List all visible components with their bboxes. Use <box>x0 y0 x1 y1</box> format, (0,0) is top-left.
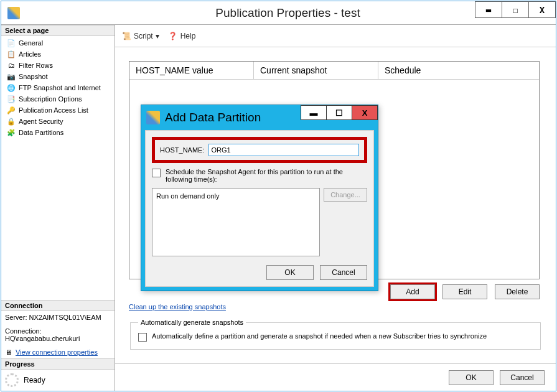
sidebar-item-ftp[interactable]: 🌐FTP Snapshot and Internet <box>1 82 115 93</box>
connection-label: Connection: <box>5 327 111 335</box>
sidebar-item-label: Articles <box>19 50 41 58</box>
subscription-icon: 📑 <box>6 94 16 104</box>
partition-icon: 🧩 <box>6 128 16 138</box>
sidebar-item-label: Filter Rows <box>19 62 53 69</box>
chevron-down-icon: ▾ <box>156 32 159 40</box>
progress-status: Ready <box>24 376 45 385</box>
connection-value: HQ\rangababu.cherukuri <box>5 335 111 342</box>
auto-define-label: Automatically define a partition and gen… <box>152 332 487 340</box>
page-icon: 📄 <box>6 38 16 48</box>
sidebar: Select a page 📄General 📋Articles 🗂Filter… <box>1 25 115 391</box>
help-label: Help <box>180 32 196 40</box>
grid-col-hostname[interactable]: HOST_NAME value <box>129 62 254 79</box>
sidebar-item-label: Subscription Options <box>19 95 82 103</box>
toolbar: 📜 Script ▾ ❓ Help <box>115 25 556 47</box>
ok-button[interactable]: OK <box>449 370 494 385</box>
sidebar-item-snapshot[interactable]: 📷Snapshot <box>1 71 115 82</box>
dialog-title: Add Data Partition <box>165 111 261 124</box>
grid-col-snapshot[interactable]: Current snapshot <box>254 62 378 79</box>
hostname-label: HOST_NAME: <box>160 146 205 154</box>
ftp-icon: 🌐 <box>6 83 16 93</box>
titlebar: Publication Properties - test ▬ ☐ X <box>1 1 556 24</box>
add-partition-dialog: Add Data Partition ▬ ☐ X HOST_NAME: Sche… <box>141 105 378 291</box>
minimize-button[interactable]: ▬ <box>475 1 502 18</box>
change-button[interactable]: Change... <box>324 188 367 202</box>
delete-button[interactable]: Delete <box>495 284 540 299</box>
progress-spinner-icon <box>5 373 19 387</box>
hostname-input[interactable] <box>208 144 359 156</box>
filter-icon: 🗂 <box>6 60 16 70</box>
progress-header: Progress <box>1 358 115 370</box>
script-icon: 📜 <box>121 31 131 41</box>
cancel-button[interactable]: Cancel <box>500 370 545 385</box>
schedule-checkbox[interactable] <box>152 169 161 177</box>
sidebar-item-data-partitions[interactable]: 🧩Data Partitions <box>1 127 115 138</box>
access-icon: 🔑 <box>6 105 16 115</box>
sidebar-item-subscription[interactable]: 📑Subscription Options <box>1 93 115 105</box>
auto-define-checkbox[interactable] <box>138 333 147 342</box>
dialog-cancel-button[interactable]: Cancel <box>320 265 367 280</box>
app-icon <box>7 7 20 19</box>
security-icon: 🔒 <box>6 116 16 126</box>
properties-icon: 🖥 <box>5 348 12 356</box>
maximize-button[interactable]: ☐ <box>502 1 529 18</box>
help-menu[interactable]: ❓ Help <box>168 31 196 41</box>
sidebar-item-label: FTP Snapshot and Internet <box>19 84 101 91</box>
script-label: Script <box>134 32 153 40</box>
sidebar-item-agent-security[interactable]: 🔒Agent Security <box>1 116 115 127</box>
fieldset-legend: Automatically generate snapshots <box>138 319 246 326</box>
sidebar-item-general[interactable]: 📄General <box>1 37 115 49</box>
sidebar-item-filter-rows[interactable]: 🗂Filter Rows <box>1 60 115 71</box>
grid-col-schedule[interactable]: Schedule <box>378 62 539 79</box>
close-button[interactable]: X <box>528 1 556 18</box>
sidebar-item-label: Publication Access List <box>19 106 88 114</box>
select-page-header: Select a page <box>1 25 115 36</box>
add-button[interactable]: Add <box>390 284 435 299</box>
dialog-maximize-button[interactable]: ☐ <box>326 105 352 120</box>
cleanup-link[interactable]: Clean up the existing snapshots <box>129 303 226 310</box>
view-connection-properties-link[interactable]: View connection properties <box>16 348 98 356</box>
sidebar-item-label: Agent Security <box>19 118 63 125</box>
server-label: Server: NX2AIMTSQL01V\EAM <box>5 314 111 321</box>
schedule-textarea: Run on demand only <box>152 188 320 256</box>
schedule-checkbox-label: Schedule the Snapshot Agent for this par… <box>166 168 367 183</box>
edit-button[interactable]: Edit <box>442 284 487 299</box>
dialog-icon <box>146 111 160 124</box>
sidebar-item-access-list[interactable]: 🔑Publication Access List <box>1 105 115 116</box>
dialog-ok-button[interactable]: OK <box>266 265 314 280</box>
articles-icon: 📋 <box>6 49 16 59</box>
sidebar-item-label: General <box>19 39 43 47</box>
snapshot-icon: 📷 <box>6 72 16 82</box>
dialog-minimize-button[interactable]: ▬ <box>301 105 327 120</box>
auto-snapshot-fieldset: Automatically generate snapshots Automat… <box>130 319 541 350</box>
sidebar-item-label: Snapshot <box>19 73 47 80</box>
script-menu[interactable]: 📜 Script ▾ <box>121 31 159 41</box>
dialog-close-button[interactable]: X <box>352 105 378 120</box>
sidebar-item-label: Data Partitions <box>19 129 63 136</box>
help-icon: ❓ <box>168 31 178 41</box>
connection-header: Connection <box>1 300 115 311</box>
sidebar-item-articles[interactable]: 📋Articles <box>1 49 115 60</box>
